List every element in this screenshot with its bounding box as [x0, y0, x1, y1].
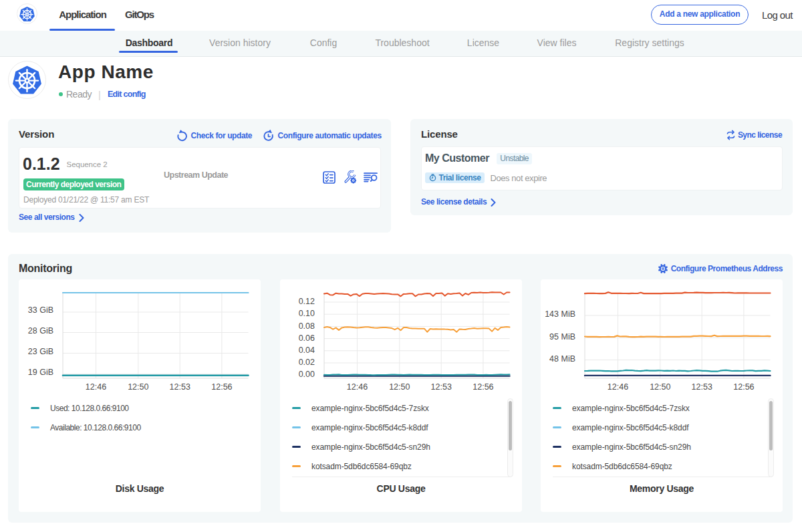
svg-text:48 MiB: 48 MiB [549, 354, 575, 364]
svg-text:12:46: 12:46 [86, 382, 106, 392]
svg-text:12:56: 12:56 [211, 382, 232, 392]
svg-text:19 GiB: 19 GiB [28, 368, 53, 377]
svg-text:0.08: 0.08 [299, 321, 315, 331]
svg-text:12:53: 12:53 [692, 382, 712, 392]
svg-text:0.06: 0.06 [299, 334, 315, 343]
svg-text:0.02: 0.02 [299, 358, 315, 367]
svg-text:143 MiB: 143 MiB [545, 309, 575, 319]
svg-text:0.04: 0.04 [299, 346, 315, 355]
svg-text:28 GiB: 28 GiB [28, 326, 53, 336]
svg-text:12:56: 12:56 [473, 382, 493, 392]
svg-text:12:50: 12:50 [128, 382, 148, 392]
svg-text:0.00: 0.00 [299, 370, 315, 379]
svg-text:0.10: 0.10 [299, 309, 315, 318]
svg-text:95 MiB: 95 MiB [549, 332, 575, 342]
svg-text:12:53: 12:53 [431, 382, 452, 392]
svg-text:12:56: 12:56 [733, 382, 754, 392]
svg-text:33 GiB: 33 GiB [28, 305, 53, 315]
svg-text:23 GiB: 23 GiB [28, 347, 53, 356]
svg-text:12:46: 12:46 [347, 382, 368, 392]
svg-text:12:50: 12:50 [389, 382, 410, 392]
svg-text:0.12: 0.12 [299, 297, 315, 306]
svg-text:12:50: 12:50 [650, 382, 670, 392]
svg-text:12:46: 12:46 [608, 382, 628, 392]
svg-text:12:53: 12:53 [170, 382, 190, 392]
